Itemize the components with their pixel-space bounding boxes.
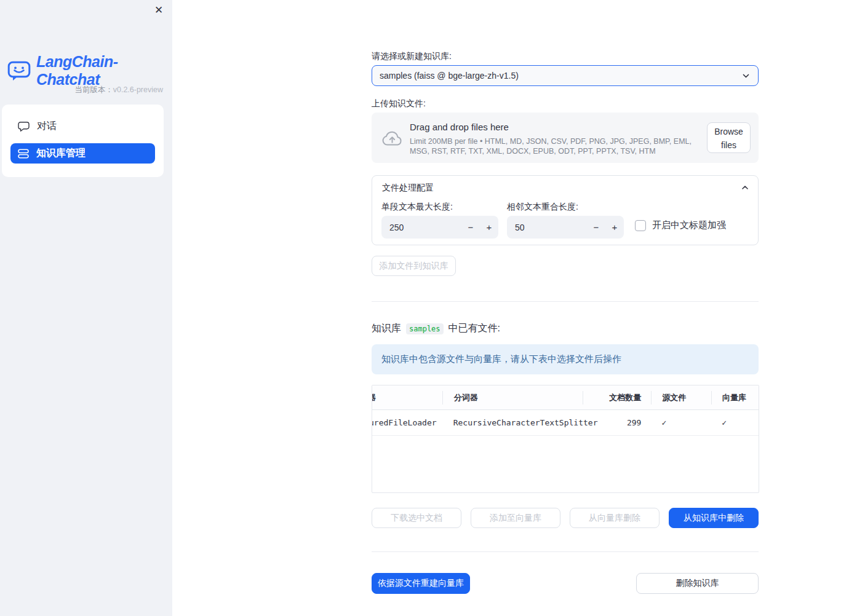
app-logo-text: LangChain-Chatchat — [36, 53, 172, 89]
delete-from-vector-store-button[interactable]: 从向量库删除 — [570, 508, 660, 528]
chevron-down-icon — [741, 71, 751, 81]
existing-files-suffix: 中已有文件: — [448, 322, 500, 335]
download-selected-button[interactable]: 下载选中文档 — [372, 508, 461, 528]
chat-bubble-icon — [18, 121, 30, 132]
browse-files-button[interactable]: Browse files — [707, 122, 751, 153]
existing-files-prefix: 知识库 — [372, 322, 401, 335]
overlap-label: 相邻文本重合长度: — [507, 202, 578, 213]
increment-button[interactable]: + — [480, 216, 498, 239]
checkbox-box-icon — [635, 220, 646, 231]
file-config-expander: 文件处理配置 单段文本最大长度: 250 − + 相邻文本重合长度: 50 − … — [372, 175, 759, 245]
sidebar: ✕ LangChain-Chatchat 当前版本：v0.2.6-preview — [0, 0, 172, 616]
max-length-input[interactable]: 250 − + — [381, 216, 498, 239]
decrement-button[interactable]: − — [461, 216, 480, 239]
app-root: ✕ LangChain-Chatchat 当前版本：v0.2.6-preview — [0, 0, 849, 616]
upload-label: 上传知识文件: — [372, 98, 426, 109]
rebuild-vector-store-button[interactable]: 依据源文件重建向量库 — [372, 573, 470, 594]
add-to-vector-store-button[interactable]: 添加至向量库 — [471, 508, 560, 528]
sidebar-nav: 对话 知识库管理 — [2, 105, 164, 177]
cell-loader: uredFileLoader — [372, 410, 442, 436]
decrement-button[interactable]: − — [587, 216, 605, 239]
table-header-splitter[interactable]: 分词器 — [442, 391, 583, 405]
cell-vector-store-check: ✓ — [711, 410, 759, 436]
stacked-list-icon — [18, 148, 29, 159]
dropzone-limits: Limit 200MB per file • HTML, MD, JSON, C… — [410, 136, 703, 156]
table-header-loader[interactable]: 器 — [372, 391, 442, 405]
version-value: v0.2.6-preview — [113, 85, 163, 94]
file-dropzone[interactable]: Drag and drop files here Limit 200MB per… — [372, 113, 759, 163]
cell-source-file-check: ✓ — [651, 410, 711, 436]
divider — [372, 301, 759, 302]
app-logo: LangChain-Chatchat — [7, 53, 172, 89]
divider — [372, 551, 759, 552]
overlap-value: 50 — [507, 223, 587, 232]
kb-select-label: 请选择或新建知识库: — [372, 51, 452, 62]
delete-from-kb-button[interactable]: 从知识库中删除 — [669, 508, 759, 528]
max-length-label: 单段文本最大长度: — [381, 202, 453, 213]
sidebar-item-label: 对话 — [37, 120, 57, 133]
overlap-input[interactable]: 50 − + — [507, 216, 624, 239]
table-header-source-file[interactable]: 源文件 — [651, 391, 711, 405]
zh-title-checkbox[interactable]: 开启中文标题加强 — [635, 219, 726, 231]
dropzone-title: Drag and drop files here — [410, 122, 509, 132]
delete-kb-button[interactable]: 删除知识库 — [636, 573, 759, 594]
cell-text: uredFileLoader — [372, 410, 437, 436]
files-table: 器 分词器 文档数量 源文件 向量库 uredFileLoader Recurs… — [372, 385, 759, 493]
kb-select-dropdown[interactable]: samples (faiss @ bge-large-zh-v1.5) — [372, 65, 759, 86]
max-length-value: 250 — [381, 223, 461, 232]
chevron-up-icon[interactable] — [741, 183, 749, 192]
cloud-upload-icon — [381, 128, 404, 148]
checkbox-label: 开启中文标题加强 — [652, 219, 726, 231]
table-header-doc-count[interactable]: 文档数量 — [583, 391, 651, 405]
version-text: 当前版本：v0.2.6-preview — [74, 85, 163, 95]
sidebar-item-kb-management[interactable]: 知识库管理 — [10, 143, 155, 164]
existing-files-heading: 知识库 samples 中已有文件: — [372, 322, 500, 335]
info-banner-text: 知识库中包含源文件与向量库，请从下表中选择文件后操作 — [381, 353, 621, 365]
sidebar-close-button[interactable]: ✕ — [151, 3, 166, 18]
table-header-row: 器 分词器 文档数量 源文件 向量库 — [372, 385, 759, 410]
table-header-vector-store[interactable]: 向量库 — [711, 391, 759, 405]
expander-title[interactable]: 文件处理配置 — [382, 183, 434, 194]
version-label: 当前版本： — [74, 85, 113, 94]
kb-name-code: samples — [406, 323, 444, 334]
table-row[interactable]: uredFileLoader RecursiveCharacterTextSpl… — [372, 410, 759, 436]
sidebar-item-dialogue[interactable]: 对话 — [10, 116, 155, 136]
increment-button[interactable]: + — [605, 216, 624, 239]
header-label: 器 — [372, 391, 376, 405]
add-files-to-kb-button[interactable]: 添加文件到知识库 — [372, 256, 456, 276]
sidebar-item-label: 知识库管理 — [36, 147, 86, 160]
kb-select-value: samples (faiss @ bge-large-zh-v1.5) — [380, 71, 741, 81]
info-banner: 知识库中包含源文件与向量库，请从下表中选择文件后操作 — [372, 344, 759, 374]
cell-doc-count: 299 — [583, 410, 652, 436]
chat-smiley-logo-icon — [7, 61, 31, 81]
cell-splitter: RecursiveCharacterTextSplitter — [442, 410, 583, 436]
